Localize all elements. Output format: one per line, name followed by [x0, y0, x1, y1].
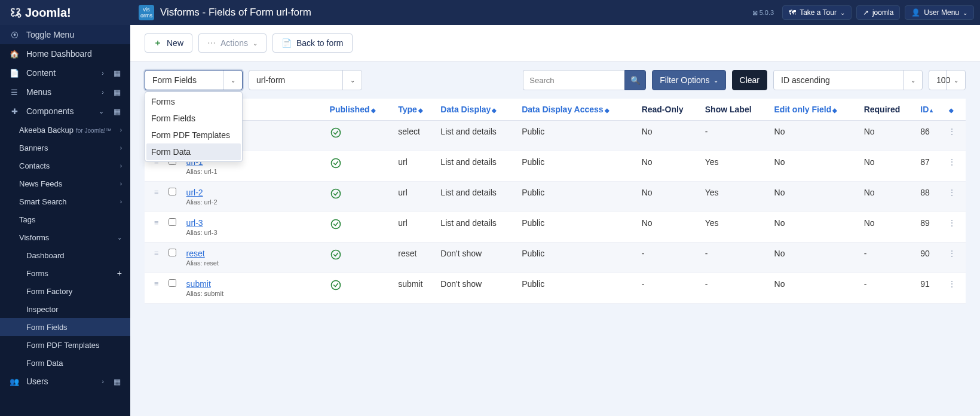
datadisplay-cell: Don't show: [436, 273, 517, 304]
row-actions[interactable]: ⋮: [943, 182, 966, 212]
sidebar-item-content[interactable]: 📄 Content › ▦: [0, 63, 130, 82]
clear-label: Clear: [740, 75, 760, 85]
sidebar-item-home[interactable]: 🏠 Home Dashboard: [0, 44, 130, 63]
editonly-cell: No: [770, 182, 859, 212]
filter-options-label: Filter Options: [660, 75, 709, 85]
sidebar-label: Home Dashboard: [26, 49, 92, 59]
plus-icon[interactable]: +: [117, 268, 122, 278]
drag-handle[interactable]: ≡: [145, 243, 164, 273]
ddaccess-cell: Public: [517, 182, 636, 212]
clear-button[interactable]: Clear: [732, 70, 767, 90]
form-select-trigger[interactable]: url-form ⌄: [249, 70, 362, 90]
toggle-menu[interactable]: ⦿ Toggle Menu: [0, 25, 130, 44]
sidebar-vf-factory[interactable]: Form Factory: [0, 282, 130, 300]
user-menu-button[interactable]: 👤 User Menu ⌄: [905, 5, 974, 20]
sidebar-label: Akeeba Backupfor Joomla!™: [19, 126, 112, 134]
sidebar-sub-contacts[interactable]: Contacts›: [0, 157, 130, 175]
frontend-link-button[interactable]: ↗ joomla: [856, 5, 900, 20]
dd-option-pdf[interactable]: Form PDF Templates: [146, 127, 241, 143]
col-id[interactable]: ID▴: [915, 99, 943, 121]
filter-options-button[interactable]: Filter Options ⌄: [652, 70, 725, 90]
sidebar-vf-forms[interactable]: Forms+: [0, 264, 130, 282]
sidebar-item-users[interactable]: 👥 Users › ▦: [0, 372, 130, 391]
name-cell: submit Alias: submit: [182, 273, 325, 304]
dd-option-forms[interactable]: Forms: [146, 93, 241, 110]
sidebar-item-menus[interactable]: ☰ Menus › ▦: [0, 82, 130, 102]
sidebar-vf-dashboard[interactable]: Dashboard: [0, 246, 130, 264]
chevron-right-icon: ›: [102, 378, 104, 385]
ellipsis-icon: ⋯: [207, 38, 216, 48]
sidebar-vf-inspector[interactable]: Inspector: [0, 300, 130, 318]
sort-asc-icon: ▴: [930, 107, 933, 114]
published-cell[interactable]: [325, 121, 394, 151]
sidebar-sub-smartsearch[interactable]: Smart Search›: [0, 192, 130, 210]
grid-icon[interactable]: ▦: [114, 69, 121, 78]
col-datadisplay[interactable]: Data Display◆: [436, 99, 517, 121]
field-name-link[interactable]: reset: [186, 249, 205, 258]
row-check[interactable]: [169, 218, 176, 226]
col-ddaccess[interactable]: Data Display Access◆: [517, 99, 636, 121]
search-input[interactable]: [523, 70, 624, 90]
dd-option-fields[interactable]: Form Fields: [146, 110, 241, 127]
sidebar-sub-visforms[interactable]: Visforms⌄: [0, 228, 130, 246]
chevron-down-icon: ⌄: [946, 71, 965, 90]
row-actions[interactable]: ⋮: [943, 212, 966, 243]
showlabel-cell: -: [700, 243, 770, 273]
row-actions[interactable]: ⋮: [943, 243, 966, 273]
field-name-link[interactable]: url-3: [186, 218, 203, 228]
row-check[interactable]: [169, 188, 176, 195]
grid-icon[interactable]: ▦: [114, 107, 121, 116]
search-icon: 🔍: [630, 76, 641, 85]
published-cell[interactable]: [325, 151, 394, 182]
field-name-link[interactable]: submit: [186, 279, 211, 289]
col-editonly[interactable]: Edit only Field◆: [770, 99, 859, 121]
external-link-icon: ↗: [863, 8, 869, 17]
row-actions[interactable]: ⋮: [943, 273, 966, 304]
take-tour-button[interactable]: 🗺 Take a Tour ⌄: [782, 5, 852, 20]
form-select: url-form ⌄: [249, 70, 362, 90]
field-name-link[interactable]: url-2: [186, 188, 203, 197]
col-type[interactable]: Type◆: [393, 99, 436, 121]
dd-option-data[interactable]: Form Data: [146, 143, 241, 160]
limit-trigger[interactable]: 100 ⌄: [929, 70, 966, 90]
sidebar-vf-data[interactable]: Form Data: [0, 354, 130, 372]
sidebar-sub-banners[interactable]: Banners›: [0, 139, 130, 157]
sidebar-label: Menus: [26, 87, 51, 97]
col-actions[interactable]: ◆: [943, 99, 966, 121]
drag-handle[interactable]: ≡: [145, 212, 164, 243]
row-actions[interactable]: ⋮: [943, 121, 966, 151]
row-check[interactable]: [169, 249, 176, 256]
drag-handle[interactable]: ≡: [145, 273, 164, 304]
row-check[interactable]: [169, 279, 176, 287]
col-published[interactable]: Published◆: [325, 99, 394, 121]
sidebar-vf-fields[interactable]: Form Fields: [0, 318, 130, 336]
list-icon: ☰: [10, 87, 19, 97]
chevron-right-icon: ›: [102, 69, 104, 77]
published-cell[interactable]: [325, 182, 394, 212]
sort-trigger[interactable]: ID ascending ⌄: [773, 70, 923, 90]
grid-icon[interactable]: ▦: [114, 88, 121, 97]
published-cell[interactable]: [325, 212, 394, 243]
published-cell[interactable]: [325, 273, 394, 304]
check-circle-icon: [330, 127, 342, 139]
brand[interactable]: Joomla!: [0, 6, 130, 20]
back-button[interactable]: 📄 Back to form: [272, 33, 353, 53]
sidebar-sub-newsfeeds[interactable]: News Feeds›: [0, 175, 130, 192]
showlabel-cell: Yes: [700, 182, 770, 212]
check-circle-icon: [330, 279, 342, 291]
sidebar-sub-akeeba[interactable]: Akeeba Backupfor Joomla!™ ›: [0, 121, 130, 139]
sidebar-sub-tags[interactable]: Tags: [0, 210, 130, 228]
grid-icon[interactable]: ▦: [114, 377, 121, 386]
view-type-trigger[interactable]: Form Fields ⌄: [145, 70, 243, 90]
sidebar-vf-pdf[interactable]: Form PDF Templates: [0, 336, 130, 354]
new-button[interactable]: ＋ New: [145, 33, 192, 53]
sidebar-label: Components: [26, 106, 74, 116]
row-actions[interactable]: ⋮: [943, 151, 966, 182]
id-cell: 91: [915, 273, 943, 304]
sidebar-item-components[interactable]: ✚ Components ⌄ ▦: [0, 102, 130, 121]
sidebar-label: Tags: [19, 215, 35, 224]
drag-handle[interactable]: ≡: [145, 182, 164, 212]
actions-button[interactable]: ⋯ Actions ⌄: [198, 33, 267, 53]
search-button[interactable]: 🔍: [624, 70, 646, 90]
published-cell[interactable]: [325, 243, 394, 273]
